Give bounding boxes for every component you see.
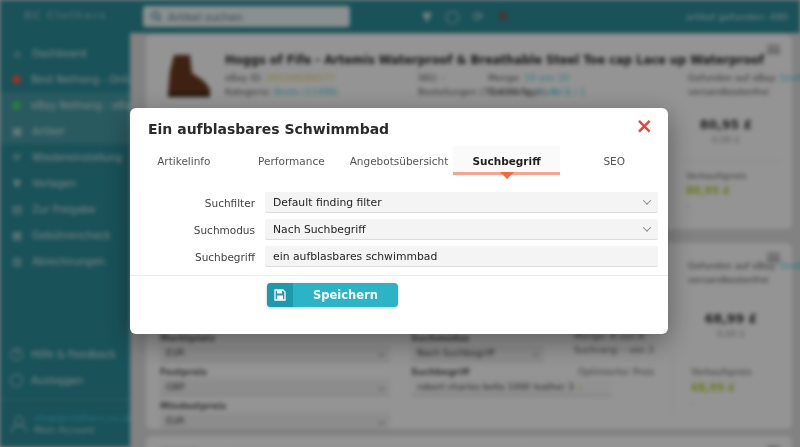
suchmodus-label: Suchmodus	[130, 224, 265, 236]
save-button-label: Speichern	[293, 283, 398, 307]
save-button[interactable]: Speichern	[267, 283, 398, 307]
app-window: BC Clothers ⌂ Dashboard Best Nethong - O…	[0, 0, 800, 447]
close-icon[interactable]: ×	[635, 116, 653, 137]
chevron-down-icon	[643, 223, 651, 231]
suchmodus-select[interactable]: Nach Suchbegriff	[265, 219, 658, 240]
searchterm-form: Suchfilter Default finding filter Suchmo…	[130, 192, 668, 267]
save-disk-icon	[267, 283, 293, 307]
suchbegriff-label: Suchbegriff	[130, 251, 265, 263]
suchfilter-label: Suchfilter	[130, 197, 265, 209]
tab-seo[interactable]: SEO	[560, 146, 668, 175]
modal-title: Ein aufblasbares Schwimmbad	[148, 121, 650, 137]
tab-performance[interactable]: Performance	[238, 146, 346, 175]
suchbegriff-input[interactable]: ein aufblasbares schwimmbad	[265, 246, 658, 267]
tab-artikelinfo[interactable]: Artikelinfo	[130, 146, 238, 175]
chevron-down-icon	[643, 196, 651, 204]
suchmodus-value: Nach Suchbegriff	[273, 223, 366, 236]
edit-searchterm-modal: Ein aufblasbares Schwimmbad × Artikelinf…	[130, 108, 668, 334]
suchfilter-value: Default finding filter	[273, 196, 382, 209]
suchbegriff-value: ein aufblasbares schwimmbad	[273, 250, 437, 263]
tab-angebotsuebersicht[interactable]: Angebotsübersicht	[345, 146, 453, 175]
tab-suchbegriff[interactable]: Suchbegriff	[453, 146, 561, 175]
modal-tabs: Artikelinfo Performance Angebotsübersich…	[130, 146, 668, 175]
suchfilter-select[interactable]: Default finding filter	[265, 192, 658, 213]
